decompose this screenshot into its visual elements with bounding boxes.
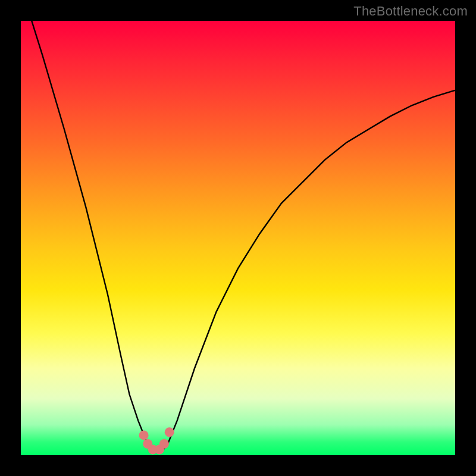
dip-marker <box>159 439 169 449</box>
bottleneck-curve-path <box>21 21 455 451</box>
dip-marker <box>165 427 174 437</box>
watermark-text: TheBottleneck.com <box>353 4 468 19</box>
plot-area <box>21 21 455 455</box>
curve-layer <box>21 21 455 455</box>
dip-marker <box>139 430 149 440</box>
chart-frame: TheBottleneck.com <box>0 0 476 476</box>
